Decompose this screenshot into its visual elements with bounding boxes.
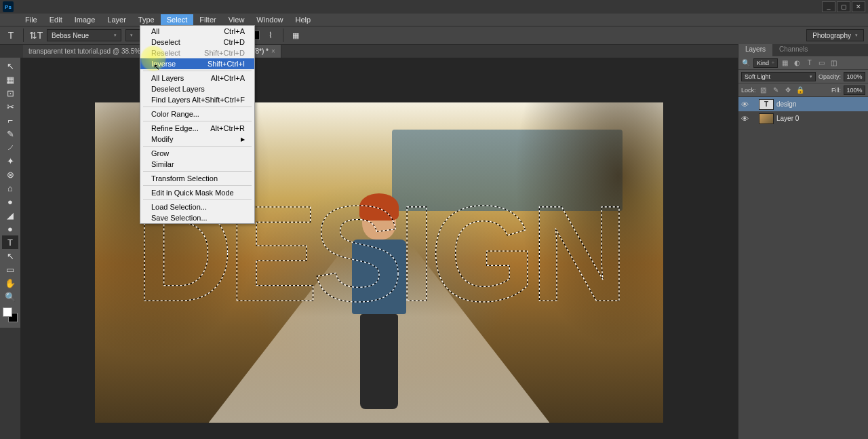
blend-row: Soft Light ▾ Opacity: bbox=[738, 70, 868, 83]
menu-item-inverse[interactable]: InverseShift+Ctrl+I bbox=[140, 58, 254, 69]
menubar: FileEditImageLayerTypeSelectFilterViewWi… bbox=[0, 14, 868, 26]
tool-11[interactable]: ◢ bbox=[2, 208, 18, 222]
filter-shape-icon[interactable]: ▭ bbox=[817, 58, 827, 68]
minimize-button[interactable]: _ bbox=[822, 1, 835, 12]
tool-14[interactable]: ↖ bbox=[2, 249, 18, 263]
menu-file[interactable]: File bbox=[19, 14, 43, 25]
tool-8[interactable]: ⊗ bbox=[2, 168, 18, 181]
menu-item-grow[interactable]: Grow bbox=[140, 148, 254, 159]
panel-tabs: LayersChannels bbox=[738, 44, 868, 56]
fill-input[interactable] bbox=[844, 85, 865, 95]
tool-13[interactable]: T bbox=[2, 235, 18, 249]
chevron-down-icon: ▾ bbox=[855, 33, 858, 38]
menu-window[interactable]: Window bbox=[250, 14, 289, 25]
menu-item-load-selection-[interactable]: Load Selection... bbox=[140, 202, 254, 212]
close-tab-icon[interactable]: × bbox=[271, 47, 275, 55]
menu-item-save-selection-[interactable]: Save Selection... bbox=[140, 212, 254, 223]
blend-mode-select[interactable]: Soft Light ▾ bbox=[741, 72, 816, 81]
menu-filter[interactable]: Filter bbox=[193, 14, 222, 25]
tool-5[interactable]: ✎ bbox=[2, 127, 18, 140]
font-family-select[interactable]: Bebas Neue ▾ bbox=[47, 29, 121, 41]
menu-select[interactable]: Select bbox=[161, 14, 194, 25]
layer-name: design bbox=[776, 100, 796, 108]
tool-9[interactable]: ⌂ bbox=[2, 181, 18, 195]
text-tool-icon: T bbox=[4, 28, 18, 42]
menu-item-reselect: ReselectShift+Ctrl+D bbox=[140, 47, 254, 58]
tool-6[interactable]: ⟋ bbox=[2, 140, 18, 154]
color-swatches[interactable] bbox=[3, 307, 18, 322]
canvas-area: DESIGN DESIGN bbox=[20, 58, 738, 439]
tool-1[interactable]: ▦ bbox=[2, 73, 18, 86]
maximize-button[interactable]: ▢ bbox=[837, 1, 850, 12]
tool-17[interactable]: 🔍 bbox=[2, 290, 18, 303]
workspace-value: Photography bbox=[812, 32, 851, 39]
tool-4[interactable]: ⌐ bbox=[2, 113, 18, 127]
lock-pixels-icon[interactable]: ✎ bbox=[771, 85, 781, 95]
tool-15[interactable]: ▭ bbox=[2, 263, 18, 276]
tool-3[interactable]: ✂ bbox=[2, 100, 18, 113]
tool-16[interactable]: ✋ bbox=[2, 276, 18, 290]
chevron-down-icon: ▾ bbox=[114, 33, 117, 38]
kind-filter-select[interactable]: Kind ÷ bbox=[753, 58, 778, 68]
menu-item-deselect-layers[interactable]: Deselect Layers bbox=[140, 83, 254, 94]
menu-item-all[interactable]: AllCtrl+A bbox=[140, 26, 254, 37]
tool-2[interactable]: ⊡ bbox=[2, 86, 18, 100]
menu-item-find-layers[interactable]: Find LayersAlt+Shift+Ctrl+F bbox=[140, 94, 254, 105]
character-panel-icon[interactable]: ▦ bbox=[289, 28, 302, 42]
layer-row[interactable]: 👁Tdesign bbox=[738, 97, 868, 111]
menu-help[interactable]: Help bbox=[289, 14, 317, 25]
menu-layer[interactable]: Layer bbox=[101, 14, 132, 25]
close-button[interactable]: ✕ bbox=[852, 1, 865, 12]
lock-all-icon[interactable]: 🔒 bbox=[795, 85, 805, 95]
toolbox: ↖▦⊡✂⌐✎⟋✦⊗⌂●◢●T↖▭✋🔍 bbox=[0, 58, 20, 328]
font-family-value: Bebas Neue bbox=[52, 32, 89, 39]
layers-list: 👁Tdesign👁Layer 0 bbox=[738, 97, 868, 439]
app-logo: Ps bbox=[3, 1, 14, 12]
panel-tab-layers[interactable]: Layers bbox=[738, 44, 772, 56]
visibility-icon[interactable]: 👁 bbox=[741, 115, 749, 123]
tool-12[interactable]: ● bbox=[2, 222, 18, 235]
panel-tab-channels[interactable]: Channels bbox=[772, 44, 814, 56]
filter-pixel-icon[interactable]: ▦ bbox=[781, 58, 790, 68]
menu-item-edit-in-quick-mask-mode[interactable]: Edit in Quick Mask Mode bbox=[140, 187, 254, 198]
tool-7[interactable]: ✦ bbox=[2, 154, 18, 168]
layer-row[interactable]: 👁Layer 0 bbox=[738, 111, 868, 126]
filter-adj-icon[interactable]: ◐ bbox=[793, 58, 802, 68]
menu-type[interactable]: Type bbox=[132, 14, 161, 25]
search-icon[interactable]: 🔍 bbox=[741, 58, 751, 68]
layer-filter-row: 🔍 Kind ÷ ▦ ◐ T ▭ ◫ bbox=[738, 56, 868, 70]
menu-item-transform-selection[interactable]: Transform Selection bbox=[140, 173, 254, 184]
menu-item-deselect[interactable]: DeselectCtrl+D bbox=[140, 37, 254, 47]
filter-text-icon[interactable]: T bbox=[805, 58, 814, 68]
panels-sidebar: LayersChannels 🔍 Kind ÷ ▦ ◐ T ▭ ◫ Soft L… bbox=[738, 44, 868, 439]
visibility-icon[interactable]: 👁 bbox=[741, 100, 749, 109]
tool-0[interactable]: ↖ bbox=[2, 59, 18, 73]
menu-item-color-range-[interactable]: Color Range... bbox=[140, 109, 254, 119]
layer-thumb bbox=[759, 113, 774, 124]
tool-10[interactable]: ● bbox=[2, 195, 18, 208]
lock-transparent-icon[interactable]: ▨ bbox=[759, 85, 768, 95]
lock-position-icon[interactable]: ✥ bbox=[783, 85, 793, 95]
opacity-input[interactable] bbox=[844, 72, 865, 81]
blend-mode-value: Soft Light bbox=[745, 73, 770, 80]
document-tab[interactable]: transparent text tutorial.psd @ 38.5%× bbox=[23, 45, 153, 58]
menu-item-modify[interactable]: Modify▶ bbox=[140, 134, 254, 145]
options-bar: T ⇅T Bebas Neue ▾ ▾ Sharp ▾ ⌇ ▦ Photogra… bbox=[0, 26, 868, 45]
layer-name: Layer 0 bbox=[776, 115, 799, 122]
menu-image[interactable]: Image bbox=[68, 14, 102, 25]
kind-label: Kind bbox=[757, 60, 769, 66]
fill-label: Fill: bbox=[831, 87, 841, 94]
menu-view[interactable]: View bbox=[222, 14, 251, 25]
menu-item-similar[interactable]: Similar bbox=[140, 159, 254, 170]
warp-text-icon[interactable]: ⌇ bbox=[264, 28, 277, 42]
opacity-label: Opacity: bbox=[818, 73, 841, 80]
workspace-select[interactable]: Photography ▾ bbox=[806, 29, 864, 41]
lock-row: Lock: ▨ ✎ ✥ 🔒 Fill: bbox=[738, 83, 868, 97]
menu-item-refine-edge-[interactable]: Refine Edge...Alt+Ctrl+R bbox=[140, 123, 254, 134]
titlebar: Ps _ ▢ ✕ bbox=[0, 0, 868, 14]
filter-smart-icon[interactable]: ◫ bbox=[829, 58, 839, 68]
menu-item-all-layers[interactable]: All LayersAlt+Ctrl+A bbox=[140, 73, 254, 83]
menu-edit[interactable]: Edit bbox=[43, 14, 68, 25]
text-orientation-icon[interactable]: ⇅T bbox=[29, 28, 43, 42]
chevron-down-icon: ÷ bbox=[772, 60, 774, 65]
